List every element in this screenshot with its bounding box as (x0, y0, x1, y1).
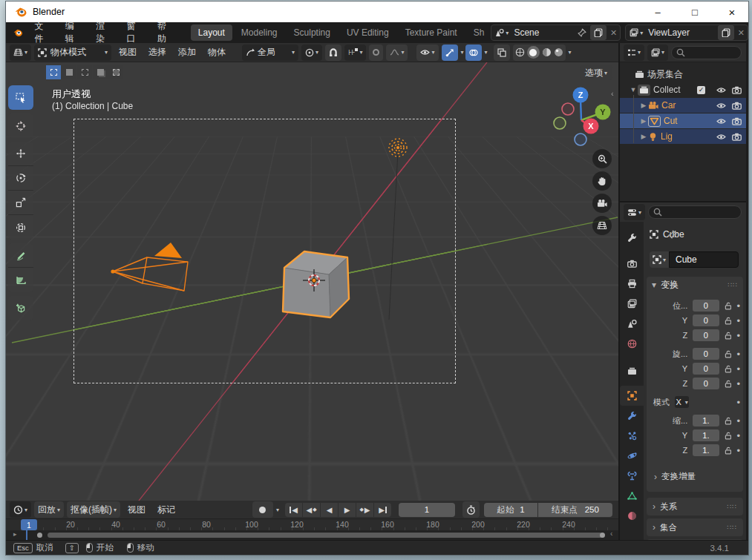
tool-add-cube[interactable] (8, 296, 33, 320)
timeline-markers-menu[interactable]: 标记 (151, 501, 181, 519)
object-name-input[interactable]: Cube (669, 251, 739, 268)
jump-to-end-button[interactable]: ▶ (374, 503, 391, 517)
location-z-field[interactable]: 0 (693, 329, 719, 341)
gizmo-neg-z[interactable] (575, 134, 586, 145)
tool-annotate[interactable] (8, 243, 33, 268)
timeline-scrollbar[interactable] (48, 533, 603, 538)
pan-button[interactable] (592, 171, 612, 191)
proportional-falloff-dropdown[interactable]: ▾ (386, 45, 408, 61)
tab-object-data[interactable] (620, 486, 644, 506)
select-mode-subtract[interactable] (77, 65, 92, 79)
play-reverse-button[interactable]: ◀ (321, 503, 338, 517)
render-visibility-icon[interactable] (732, 101, 742, 111)
camera-object[interactable] (106, 237, 199, 300)
tool-select-box[interactable] (8, 85, 33, 110)
menu-object[interactable]: 物体 (202, 43, 232, 62)
frame-end-field[interactable]: 结束点250 (538, 503, 612, 517)
lock-icon[interactable] (725, 447, 732, 455)
gizmo-z-label[interactable]: Z (578, 90, 583, 99)
lock-icon[interactable] (725, 432, 732, 440)
workspace-tab-modeling[interactable]: Modeling (234, 24, 285, 41)
cube-object-label[interactable]: Cut (664, 116, 716, 126)
properties-editor-type-button[interactable]: ▾ (624, 204, 645, 220)
snap-toggle[interactable] (325, 45, 341, 61)
collection-label[interactable]: Collect (653, 85, 697, 95)
jump-to-start-button[interactable]: ◀ (285, 503, 302, 517)
animate-dot-icon[interactable]: • (736, 364, 740, 374)
tab-particles[interactable] (620, 426, 644, 446)
disclosure-closed-icon[interactable]: ▶ (639, 102, 648, 109)
blender-menu-icon[interactable] (13, 27, 22, 38)
overlays-toggle[interactable] (465, 45, 482, 61)
timeline-editor-type-button[interactable]: ▾ (10, 501, 31, 518)
camera-view-button[interactable] (592, 194, 612, 213)
keying-menu[interactable]: 抠像(插帧)▾ (67, 501, 120, 518)
menu-select[interactable]: 选择 (143, 43, 172, 62)
viewport-3d[interactable]: 选项▾ 用户透视 (1) Collection | Cube Z (6, 62, 618, 501)
use-preview-range-toggle[interactable] (462, 501, 480, 518)
object-id-icon[interactable]: ▾ (650, 251, 669, 268)
collections-panel[interactable]: ›集合∷∷ (647, 518, 743, 536)
scene-icon[interactable]: ▾ (491, 25, 512, 40)
current-frame-field[interactable]: 1 (399, 503, 455, 517)
tab-material[interactable] (620, 506, 644, 526)
scale-z-field[interactable]: 1. (693, 444, 719, 456)
prev-keyframe-button[interactable]: ◀◆ (303, 503, 320, 517)
frame-start-field[interactable]: 起始1 (484, 503, 537, 517)
playback-menu[interactable]: 回放▾ (34, 501, 64, 518)
tool-measure[interactable] (8, 268, 33, 292)
tab-view-layer[interactable] (620, 294, 644, 314)
next-keyframe-button[interactable]: ◆▶ (356, 503, 373, 517)
select-mode-set[interactable] (46, 65, 61, 79)
new-viewlayer-button[interactable] (718, 25, 734, 40)
pin-icon[interactable] (578, 28, 586, 37)
scale-x-field[interactable]: 1. (693, 415, 719, 426)
lock-icon[interactable] (725, 332, 732, 340)
tab-collection[interactable] (620, 361, 644, 381)
animate-dot-icon[interactable]: • (736, 379, 740, 389)
location-y-field[interactable]: 0 (693, 314, 719, 326)
shading-wireframe-icon[interactable] (515, 47, 525, 57)
pivot-dropdown[interactable]: ▾ (301, 45, 322, 61)
tool-transform[interactable] (8, 215, 33, 240)
rotation-y-field[interactable]: 0 (693, 363, 719, 375)
lock-icon[interactable] (725, 365, 732, 373)
render-visibility-icon[interactable] (732, 116, 742, 126)
camera-object-label[interactable]: Car (661, 100, 716, 111)
light-object-label[interactable]: Lig (661, 131, 716, 142)
shading-solid-icon[interactable] (527, 46, 540, 59)
workspace-tab-shading[interactable]: Sh (466, 24, 485, 41)
disclosure-closed-icon[interactable]: ▶ (639, 117, 648, 125)
scale-y-field[interactable]: 1. (693, 429, 719, 441)
tab-modifiers[interactable] (620, 406, 644, 426)
animate-dot-icon[interactable]: • (736, 446, 740, 455)
panel-drag-handle-icon[interactable]: ∷∷ (728, 503, 737, 510)
animate-dot-icon[interactable]: • (736, 398, 740, 407)
region-collapse-arrow[interactable]: ‹ (610, 530, 612, 538)
location-x-field[interactable]: 0 (693, 300, 719, 312)
tab-output[interactable] (620, 274, 644, 294)
mode-dropdown[interactable]: 物体模式▾ (34, 45, 111, 61)
outliner-row-cube[interactable]: ▶ Cut (620, 113, 746, 128)
tool-move[interactable] (8, 142, 33, 166)
orientation-dropdown[interactable]: 全局▾ (242, 45, 298, 61)
rotation-x-field[interactable]: 0 (693, 348, 719, 360)
tab-scene[interactable] (620, 314, 644, 334)
viewlayer-name[interactable]: ViewLayer (647, 27, 717, 38)
gizmo-x-label[interactable]: X (588, 122, 594, 131)
hide-eye-icon[interactable] (716, 132, 726, 142)
animate-dot-icon[interactable]: • (736, 349, 740, 359)
hide-eye-icon[interactable] (716, 101, 726, 111)
outliner-editor-type-button[interactable]: ▾ (624, 45, 644, 61)
editor-type-button[interactable]: ▾ (10, 45, 31, 61)
properties-search-input[interactable] (648, 205, 742, 219)
workspace-tab-layout[interactable]: Layout (191, 24, 232, 41)
transform-panel-header[interactable]: ▾ 变换 ∷∷ (647, 277, 743, 293)
navigation-gizmo[interactable]: Z Y X (547, 85, 615, 153)
current-frame-marker[interactable]: 1 (21, 519, 37, 530)
workspace-tab-uvediting[interactable]: UV Editing (339, 24, 396, 41)
new-scene-button[interactable] (590, 25, 606, 40)
menu-view[interactable]: 视图 (113, 43, 143, 62)
minimize-button[interactable]: – (641, 1, 674, 22)
outliner-row-collection[interactable]: ▼ Collect ✓ (620, 82, 746, 97)
